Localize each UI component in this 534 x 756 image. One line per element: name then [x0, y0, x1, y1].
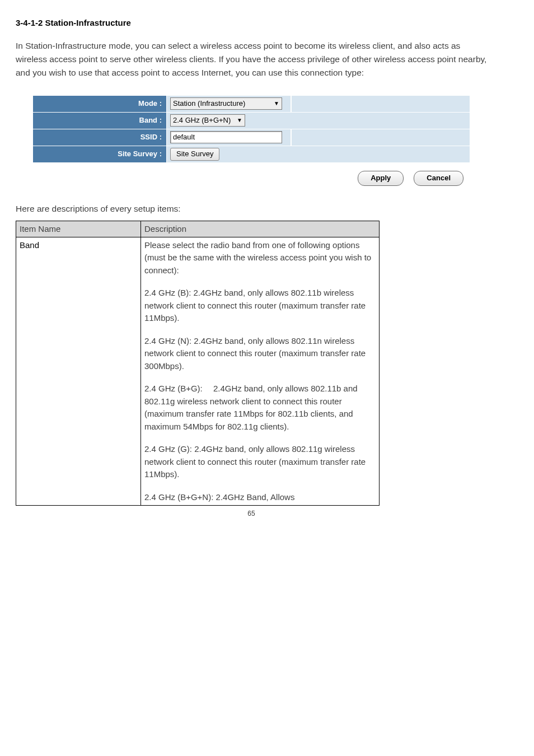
- cancel-button-label: Cancel: [427, 173, 451, 184]
- band-label: Band :: [33, 112, 167, 129]
- desc-paragraph: 2.4 GHz (B+G): 2.4GHz band, only allows …: [144, 382, 376, 433]
- chevron-down-icon: ▼: [274, 100, 279, 108]
- ssid-input-value: default: [173, 132, 195, 143]
- section-heading: 3-4-1-2 Station-Infrastructure: [16, 17, 487, 29]
- settings-table: Mode : Station (Infrastructure) ▼ Band :…: [32, 95, 470, 163]
- band-select-value: 2.4 GHz (B+G+N): [173, 115, 231, 126]
- site-survey-button-label: Site Survey: [176, 149, 213, 160]
- action-button-row: Apply Cancel: [32, 171, 470, 186]
- item-description-cell: Please select the radio band from one of…: [141, 237, 380, 506]
- table-header-description: Description: [141, 221, 380, 237]
- intro-paragraph: In Station-Infrastructure mode, you can …: [16, 39, 487, 80]
- table-row: Band Please select the radio band from o…: [16, 237, 380, 506]
- item-name-cell: Band: [16, 237, 141, 506]
- cancel-button[interactable]: Cancel: [414, 171, 463, 186]
- table-header-item: Item Name: [16, 221, 141, 237]
- ssid-label: SSID :: [33, 129, 167, 146]
- desc-paragraph: 2.4 GHz (N): 2.4GHz band, only allows 80…: [144, 335, 376, 373]
- apply-button[interactable]: Apply: [358, 171, 404, 186]
- desc-paragraph: 2.4 GHz (B+G+N): 2.4GHz Band, Allows: [144, 491, 376, 504]
- mode-select-value: Station (Infrastructure): [173, 99, 245, 109]
- ssid-input[interactable]: default: [170, 131, 282, 143]
- band-select[interactable]: 2.4 GHz (B+G+N) ▼: [170, 114, 245, 127]
- page-number: 65: [16, 509, 487, 519]
- mode-label: Mode :: [33, 95, 167, 112]
- desc-paragraph: 2.4 GHz (B): 2.4GHz band, only allows 80…: [144, 287, 376, 325]
- desc-paragraph: 2.4 GHz (G): 2.4GHz band, only allows 80…: [144, 443, 376, 481]
- site-survey-label: Site Survey :: [33, 146, 167, 162]
- apply-button-label: Apply: [371, 173, 391, 184]
- mode-select[interactable]: Station (Infrastructure) ▼: [170, 97, 282, 110]
- chevron-down-icon: ▼: [237, 116, 242, 125]
- descriptions-intro: Here are descriptions of every setup ite…: [16, 203, 487, 215]
- site-survey-button[interactable]: Site Survey: [170, 148, 219, 161]
- descriptions-table: Item Name Description Band Please select…: [16, 221, 380, 506]
- desc-paragraph: Please select the radio band from one of…: [144, 239, 376, 277]
